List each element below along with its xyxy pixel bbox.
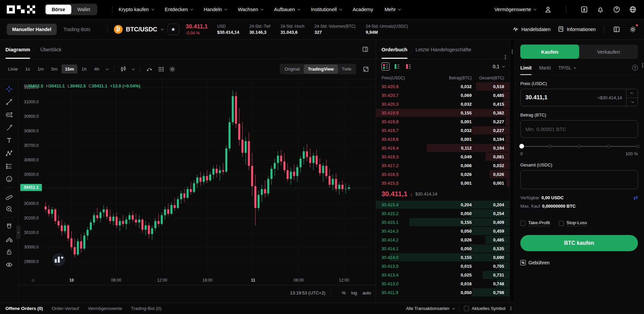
candle-type-chevron[interactable] <box>132 67 135 70</box>
nav-item-wachsen[interactable]: Wachsen <box>238 7 263 12</box>
trade-panel-dots[interactable]: ••• <box>642 53 643 68</box>
amount-input[interactable]: Min. 0,00001 BTC <box>520 120 638 138</box>
orderbook-mid-price[interactable]: 30.411,1 ↓ $30.414,14 <box>376 187 510 200</box>
candle-type-icon[interactable] <box>118 64 128 74</box>
orderbook-ask-row[interactable]: 30.416,50,0260,026 <box>376 170 510 179</box>
amount-percent-slider[interactable] <box>520 144 638 149</box>
link-informationen[interactable]: Informationen <box>558 26 596 33</box>
view-original[interactable]: Original <box>280 64 304 74</box>
hlines-icon[interactable] <box>3 108 15 121</box>
trendline-icon[interactable] <box>3 96 15 108</box>
price-decrement-button[interactable] <box>626 98 638 106</box>
ruler-icon[interactable] <box>3 190 15 203</box>
total-input[interactable] <box>520 170 638 189</box>
zoom-in-icon[interactable] <box>3 203 15 215</box>
order-type-limit[interactable]: Limit <box>520 65 531 71</box>
orderbook-ask-row[interactable]: 30.417,20,0060,032 <box>376 161 510 170</box>
nav-item-mehr[interactable]: Mehr <box>385 7 400 12</box>
slider-dot-100[interactable] <box>637 145 640 148</box>
orderbook-bid-row[interactable]: 30.413,40,0250,731 <box>376 270 510 279</box>
help-icon[interactable]: ? <box>632 65 638 71</box>
orderbook-ask-row[interactable]: 30.419,40,1120,194 <box>376 143 510 152</box>
nav-item-handeln[interactable]: Handeln <box>204 7 226 12</box>
bell-icon[interactable] <box>596 5 605 14</box>
timeframe-linie[interactable]: Linie <box>5 64 21 74</box>
ob-view-asks-icon[interactable] <box>404 62 413 71</box>
transaction-filter-dropdown[interactable]: Alle Transaktionsarten <box>406 306 454 311</box>
ob-view-bids-icon[interactable] <box>393 62 401 71</box>
order-type-markt[interactable]: Markt <box>539 65 551 71</box>
view-tradingview[interactable]: TradingView <box>304 64 338 74</box>
pattern-icon[interactable] <box>3 147 15 160</box>
nav-item-institutionell[interactable]: Institutionell <box>311 7 341 12</box>
lock-icon[interactable] <box>3 245 15 258</box>
slider-dot-25[interactable] <box>548 145 551 148</box>
ob-tab-orderbuch[interactable]: Orderbuch <box>381 40 407 59</box>
timeframe-1s[interactable]: 1s <box>22 64 33 74</box>
assets-menu[interactable]: Vermögenswerte <box>494 7 536 12</box>
link-handelsdaten[interactable]: Handelsdaten <box>513 26 550 33</box>
slider-dot-75[interactable] <box>607 145 610 148</box>
nav-item-aufbauen[interactable]: Aufbauen <box>274 7 299 12</box>
orderbook-menu-dots[interactable]: ••• <box>504 45 506 60</box>
orderbook-ask-row[interactable]: 30.419,60,0010,194 <box>376 135 510 143</box>
orderbook-bid-row[interactable]: 30.415,20,0500,254 <box>376 209 510 218</box>
bottom-tab-offene-orders-0-[interactable]: Offene Orders (0) <box>5 306 43 311</box>
order-type-tp-sl[interactable]: TP/SL <box>558 65 575 71</box>
axis-settings-sun-icon[interactable]: ☼ <box>31 277 35 283</box>
user-icon[interactable] <box>544 5 552 14</box>
orderbook-bid-row[interactable]: 30.414,00,1550,690 <box>376 253 510 262</box>
chart-canvas[interactable]: O30402.5H30411.1L30402.5C30411.1+13.0 (+… <box>19 79 376 275</box>
swap-currency-icon[interactable]: ⇄ <box>634 194 638 201</box>
nav-item-academy[interactable]: Academy <box>353 7 373 12</box>
chart-gear-icon[interactable] <box>167 64 177 74</box>
chart-tab-überblick[interactable]: Überblick <box>40 40 61 59</box>
price-increment-button[interactable] <box>626 89 638 98</box>
forecast-icon[interactable] <box>3 160 15 173</box>
bottom-tab-trading-bot-0-[interactable]: Trading-Bot (0) <box>131 306 161 311</box>
price-input[interactable]: 30.411,1 ≈$30.414,14 <box>520 89 638 106</box>
orderbook-ask-row[interactable]: 30.420,30,0320,415 <box>376 100 510 108</box>
magnet-icon[interactable] <box>3 220 15 233</box>
buy-submit-button[interactable]: BTC kaufen <box>520 235 638 251</box>
globe-icon[interactable] <box>628 5 637 14</box>
current-symbol-checkbox[interactable]: Aktuelles Symbol <box>464 306 505 311</box>
axis-log-button[interactable]: log <box>351 290 357 295</box>
side-tab-verkaufen[interactable]: Verkaufen <box>579 45 638 59</box>
timeframe-1m[interactable]: 1m <box>34 64 47 74</box>
panel-splitter[interactable]: ••• <box>510 40 515 303</box>
ob-view-both-icon[interactable] <box>381 62 390 71</box>
timeframe-4h[interactable]: 4h <box>91 64 102 74</box>
eye-icon[interactable] <box>3 258 15 271</box>
fees-link[interactable]: % Gebühren <box>520 260 638 265</box>
emoji-icon[interactable] <box>3 173 15 185</box>
slider-dot-50[interactable] <box>578 145 581 148</box>
layout-icon[interactable] <box>612 25 621 34</box>
timeframe-1h[interactable]: 1h <box>78 64 90 74</box>
brush-icon[interactable] <box>3 121 15 134</box>
axis-percent-button[interactable]: % <box>342 290 346 295</box>
download-icon[interactable] <box>580 5 589 14</box>
okx-logo[interactable] <box>7 5 35 14</box>
draw-lock-icon[interactable] <box>3 233 15 245</box>
favorite-star-button[interactable]: ★ <box>168 24 179 35</box>
nav-item-entdecken[interactable]: Entdecken <box>165 7 193 12</box>
mode-tab-manueller-handel[interactable]: Manueller Handel <box>7 24 57 35</box>
nav-item-krypto-kaufen[interactable]: Krypto kaufen <box>119 7 153 12</box>
orderbook-ask-row[interactable]: 30.420,70,0690,485 <box>376 91 510 100</box>
fullscreen-icon[interactable] <box>361 64 371 74</box>
chart-settings-list-icon[interactable] <box>156 64 166 74</box>
orderbook-ask-row[interactable]: 30.419,80,0010,227 <box>376 117 510 126</box>
view-tiefe[interactable]: Tiefe <box>338 64 355 74</box>
ob-tab-letzte-handelsgesch-fte[interactable]: Letzte Handelsgeschäfte <box>416 40 471 59</box>
orderbook-ask-row[interactable]: 30.415,50,0010,001 <box>376 179 510 187</box>
bottom-tab-verm-genswerte[interactable]: Vermögenswerte <box>88 306 122 311</box>
timeframe-more-chevron[interactable] <box>106 67 109 70</box>
timeframe-15m[interactable]: 15m <box>61 64 77 74</box>
orderbook-bid-row[interactable]: 30.413,50,0150,705 <box>376 262 510 270</box>
crosshair-icon[interactable] <box>3 83 15 96</box>
slider-knob[interactable] <box>519 144 524 149</box>
pair-selector[interactable]: ₿ BTC/USDC <box>114 25 163 34</box>
indicators-icon[interactable] <box>144 64 154 74</box>
side-tab-kaufen[interactable]: Kaufen <box>520 45 579 59</box>
